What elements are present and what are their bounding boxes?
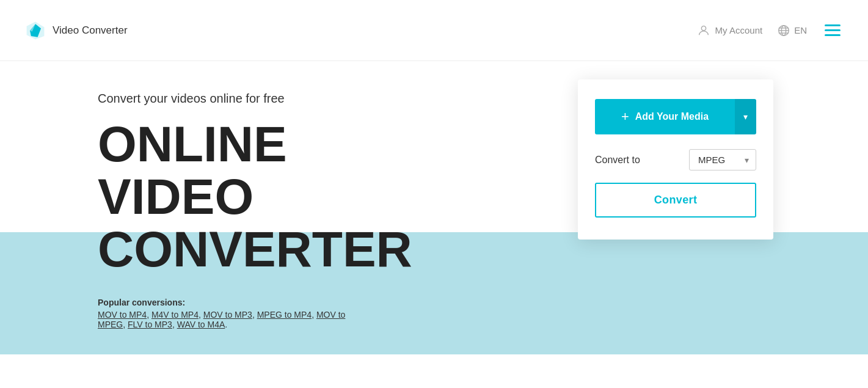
add-media-label: Add Your Media bbox=[635, 111, 709, 122]
popular-label: Popular conversions: bbox=[98, 298, 185, 307]
popular-conversions: Popular conversions: MOV to MP4, M4V to … bbox=[98, 298, 868, 329]
header-right: My Account EN bbox=[697, 21, 844, 39]
globe-icon bbox=[777, 24, 790, 37]
header: Video Converter My Account EN bbox=[0, 0, 868, 61]
popular-link-flv-mp3[interactable]: FLV to MP3 bbox=[128, 320, 172, 329]
logo-icon bbox=[24, 20, 46, 42]
add-media-button[interactable]: + Add Your Media bbox=[595, 99, 735, 134]
my-account-button[interactable]: My Account bbox=[697, 24, 763, 37]
popular-link-m4v-mp4[interactable]: M4V to MP4 bbox=[151, 310, 199, 320]
converter-card: + Add Your Media ▾ Convert to MPEG MP4 A… bbox=[578, 79, 773, 240]
popular-link-mov-mp3[interactable]: MOV to MP3 bbox=[203, 310, 252, 320]
convert-button[interactable]: Convert bbox=[595, 183, 756, 218]
user-icon bbox=[697, 24, 710, 37]
popular-link-wav-m4a[interactable]: WAV to M4A bbox=[177, 320, 225, 329]
logo-text: Video Converter bbox=[53, 24, 128, 37]
hamburger-menu[interactable] bbox=[822, 21, 844, 39]
add-media-dropdown-button[interactable]: ▾ bbox=[735, 99, 756, 134]
logo[interactable]: Video Converter bbox=[24, 20, 128, 42]
convert-to-label: Convert to bbox=[595, 155, 640, 166]
main-content: Convert your videos online for free ONLI… bbox=[0, 61, 868, 388]
language-selector[interactable]: EN bbox=[777, 24, 807, 37]
hamburger-line-3 bbox=[825, 34, 841, 36]
chevron-down-icon: ▾ bbox=[743, 112, 748, 122]
hamburger-line-1 bbox=[825, 24, 841, 26]
hamburger-line-2 bbox=[825, 29, 841, 31]
popular-link-mpeg-mp4[interactable]: MPEG to MP4 bbox=[257, 310, 312, 320]
popular-link-mov-mp4[interactable]: MOV to MP4 bbox=[98, 310, 147, 320]
add-media-row: + Add Your Media ▾ bbox=[595, 99, 756, 134]
svg-point-3 bbox=[701, 26, 706, 30]
plus-icon: + bbox=[621, 109, 629, 125]
format-select-wrapper: MPEG MP4 AVI MOV MKV MP3 M4V FLV WAV M4A bbox=[689, 149, 756, 170]
format-select[interactable]: MPEG MP4 AVI MOV MKV MP3 M4V FLV WAV M4A bbox=[689, 149, 756, 170]
popular-links-list: MOV to MP4, M4V to MP4, MOV to MP3, MPEG… bbox=[98, 310, 868, 329]
convert-to-row: Convert to MPEG MP4 AVI MOV MKV MP3 M4V … bbox=[595, 149, 756, 170]
